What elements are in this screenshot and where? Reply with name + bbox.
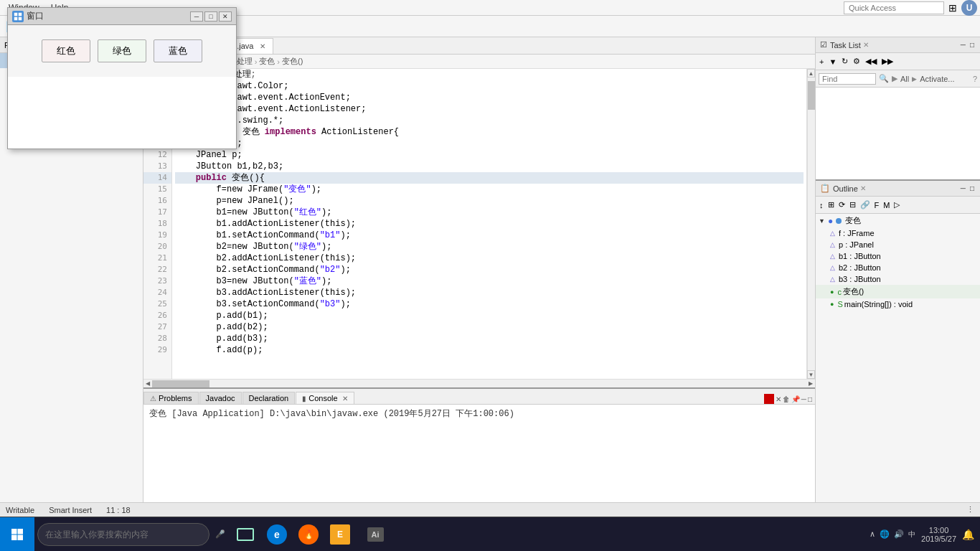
task-settings-btn[interactable]: ⚙ <box>851 57 862 66</box>
input-icon: 中 <box>908 529 915 540</box>
outline-item-b3[interactable]: △ b3 : JButton <box>816 273 980 285</box>
green-button[interactable]: 绿色 <box>98 39 146 62</box>
outline-sort-btn[interactable]: ↕ <box>817 201 826 209</box>
outline-link-btn[interactable]: 🔗 <box>858 200 872 209</box>
outline-method-icon: ● <box>830 301 834 308</box>
outline-hide-methods[interactable]: M <box>881 201 892 209</box>
outline-content: ▼ ● 变色 △ f : JFrame △ p : JPanel <box>816 214 980 502</box>
task-collapse-btn[interactable]: ◀◀ <box>863 57 879 66</box>
outline-item-constructor[interactable]: ● c 变色() <box>816 285 980 298</box>
code-line-13: JButton b1,b2,b3; <box>175 161 804 172</box>
tab-declaration[interactable]: Declaration <box>242 392 296 404</box>
eclipse-icon: E <box>330 524 350 545</box>
horizontal-scrollbar[interactable]: ◀ ▶ <box>143 379 815 387</box>
taskbar-app1[interactable]: 🔥 <box>294 517 323 552</box>
voice-icon[interactable]: 🎤 <box>215 529 225 539</box>
outline-maximize-btn[interactable]: □ <box>969 184 976 192</box>
editor-scrollbar[interactable]: ▲ ▼ <box>806 69 815 379</box>
window-close-btn[interactable]: ✕ <box>219 11 232 22</box>
search-bar[interactable] <box>37 523 209 546</box>
task-maximize-btn[interactable]: □ <box>969 41 976 49</box>
taskbar-eclipse[interactable]: E <box>326 517 354 552</box>
taskbar-edge[interactable]: e <box>263 517 291 552</box>
tab-problems[interactable]: ⚠ Problems <box>143 392 199 404</box>
svg-rect-3 <box>19 17 22 20</box>
outline-item-b1[interactable]: △ b1 : JButton <box>816 250 980 262</box>
find-bar: 🔍 ▶ All ▶ Activate... ? <box>816 70 980 88</box>
scroll-track[interactable] <box>807 77 815 370</box>
outline-item-class[interactable]: ▼ ● 变色 <box>816 214 980 227</box>
scroll-thumb[interactable] <box>808 81 815 110</box>
toolbar-icon-1[interactable]: ⊞ <box>948 2 957 14</box>
search-input[interactable] <box>37 523 209 546</box>
task-minimize-btn[interactable]: ─ <box>959 41 967 49</box>
status-writable: Writable <box>6 506 34 514</box>
minimize-panel-btn[interactable]: ─ <box>801 395 806 403</box>
outline-sync-btn[interactable]: ⟳ <box>837 200 847 209</box>
quick-access-input[interactable] <box>844 1 944 14</box>
task-list-header: ☑ Task List ✕ ─ □ <box>816 37 980 53</box>
task-expand-btn[interactable]: ▶▶ <box>880 57 895 66</box>
code-line-11: JFrame f; <box>175 138 804 149</box>
outline-hide-fields[interactable]: F <box>872 201 882 209</box>
pin-btn[interactable]: 📌 <box>791 395 800 403</box>
status-bar: Writable Smart Insert 11 : 18 ⋮ <box>0 502 980 517</box>
scroll-down-arrow[interactable]: ▼ <box>807 370 815 379</box>
h-scroll-thumb[interactable] <box>152 380 209 387</box>
taskbar-taskview[interactable] <box>231 517 260 552</box>
filter-separator: ▶ <box>892 74 897 83</box>
code-line-19: b1.setActionCommand("b1"); <box>175 230 804 241</box>
outline-filter-btn[interactable]: ⊞ <box>826 200 837 209</box>
scroll-up-arrow[interactable]: ▲ <box>807 69 815 77</box>
code-editor: 6 7 8 9 10 11 12 13 14 15 16 17 18 19 20… <box>143 69 815 379</box>
code-line-8: import java.awt.event.ActionListener; <box>175 103 804 115</box>
floating-window: 窗口 ─ □ ✕ 红色 绿色 蓝色 <box>7 7 237 149</box>
task-add-btn[interactable]: + <box>817 57 826 66</box>
editor-tab-bar: J 计算器.java J 变色.java ✕ <box>143 37 815 55</box>
scroll-right-arrow[interactable]: ▶ <box>806 380 815 387</box>
color-buttons: 红色 绿色 蓝色 <box>19 39 225 62</box>
code-line-21: b2.addActionListener(this); <box>175 253 804 264</box>
clock[interactable]: 13:00 2019/5/27 <box>921 526 956 543</box>
window-maximize-btn[interactable]: □ <box>204 11 217 22</box>
blue-button[interactable]: 蓝色 <box>154 39 202 62</box>
outline-bullet: ● <box>828 216 833 226</box>
outline-minimize-btn[interactable]: ─ <box>959 184 967 192</box>
outline-item-p[interactable]: △ p : JPanel <box>816 239 980 250</box>
window-content: 红色 绿色 蓝色 <box>8 25 236 77</box>
h-scroll-track[interactable] <box>152 380 806 387</box>
find-input[interactable] <box>819 73 876 85</box>
scroll-left-arrow[interactable]: ◀ <box>143 380 152 387</box>
outline-field-icon-b3: △ <box>830 276 835 283</box>
tab-javadoc[interactable]: Javadoc <box>199 392 242 404</box>
notification-icon[interactable]: 🔔 <box>962 529 974 540</box>
network-icon[interactable]: 🌐 <box>880 529 890 539</box>
filter-all[interactable]: All <box>900 75 909 83</box>
clear-btn[interactable]: 🗑 <box>783 395 790 403</box>
status-position: 11 : 18 <box>106 506 131 514</box>
outline-more[interactable]: ▷ <box>892 200 902 209</box>
filter-activate[interactable]: Activate... <box>920 75 954 83</box>
red-button[interactable]: 红色 <box>42 39 90 62</box>
volume-icon[interactable]: 🔊 <box>894 529 904 539</box>
status-insert: Smart Insert <box>49 506 92 514</box>
outline-item-f[interactable]: △ f : JFrame <box>816 227 980 239</box>
code-line-18: b1.addActionListener(this); <box>175 218 804 230</box>
task-refresh-btn[interactable]: ↻ <box>839 57 850 66</box>
svg-rect-0 <box>14 12 18 16</box>
tab-console[interactable]: ▮ Console ✕ <box>296 392 354 404</box>
task-filter-btn[interactable]: ▼ <box>826 57 839 66</box>
taskbar-ai-app[interactable]: Ai <box>357 517 393 552</box>
outline-item-b2[interactable]: △ b2 : JButton <box>816 262 980 273</box>
terminate-btn[interactable]: ✕ <box>776 395 781 403</box>
code-content[interactable]: package 事件处理; import java.awt.Color; imp… <box>172 69 806 379</box>
tab-close-icon[interactable]: ✕ <box>260 42 265 50</box>
tray-expand-icon[interactable]: ∧ <box>870 529 875 539</box>
window-minimize-btn[interactable]: ─ <box>190 11 203 22</box>
outline-collapse-all[interactable]: ⊟ <box>847 200 858 209</box>
start-button[interactable] <box>0 517 34 552</box>
stop-btn[interactable] <box>764 394 774 404</box>
outline-item-main[interactable]: ● S main(String[]) : void <box>816 298 980 310</box>
help-icon[interactable]: ? <box>973 75 977 83</box>
maximize-panel-btn[interactable]: □ <box>808 395 812 403</box>
